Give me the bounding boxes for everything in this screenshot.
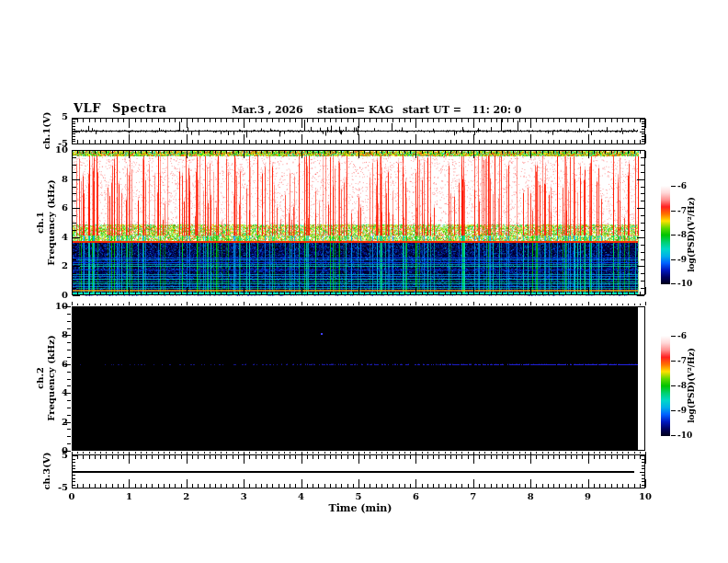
colorbar-tick-label: -10 (677, 279, 692, 288)
time-tick-label: 5 (346, 491, 371, 501)
ch1-spec-ytick-label: 6 (44, 202, 68, 213)
colorbar-tick (671, 361, 676, 362)
ch2-spec-ytick-label: 6 (44, 359, 68, 369)
colorbar-tick (671, 435, 676, 436)
colorbar-tick-label: -10 (677, 431, 692, 440)
ch1-spec-axis-label-line1: ch.1 (35, 212, 45, 234)
figure-title: VLF Spectra (74, 101, 166, 115)
ch2-spec-axis-label-line1: ch.2 (35, 367, 45, 389)
time-tick-label: 10 (632, 491, 658, 501)
time-tick-label: 6 (403, 491, 428, 501)
ch2-spec-ytick-label: 2 (44, 417, 68, 427)
colorbar-tick (671, 186, 676, 187)
ch1-spec-ytick-label: 0 (44, 290, 68, 300)
colorbar-ch2-label: log(PSD)(V²/Hz) (687, 348, 696, 423)
ch2-spec-ytick-label: 10 (44, 301, 68, 311)
ch1-spec-ytick-label: 10 (44, 144, 68, 155)
colorbar-tick (671, 211, 676, 212)
colorbar-tick-label: -8 (677, 381, 687, 390)
colorbar-tick-label: -7 (677, 206, 687, 215)
colorbar-tick-label: -9 (677, 406, 687, 415)
colorbar-tick (671, 283, 676, 284)
colorbar-tick-label: -7 (677, 356, 687, 365)
time-tick-label: 4 (289, 491, 314, 501)
time-tick-label: 7 (461, 491, 486, 501)
colorbar-ch1-label: log(PSD)(V²/Hz) (687, 197, 696, 272)
time-tick-label: 0 (59, 491, 85, 501)
time-tick-label: 3 (231, 491, 256, 501)
ch1-spec-ytick-label: 4 (44, 232, 68, 242)
colorbar-tick-label: -6 (677, 181, 687, 190)
ch1-spec-ytick-label: 8 (44, 174, 68, 184)
colorbar-tick-label: -8 (677, 230, 687, 239)
figure-start-ut: start UT = 11: 20: 0 (403, 104, 521, 116)
vlf-spectra-figure: VLF Spectra Mar.3 , 2026 station= KAG st… (0, 0, 728, 563)
plot-canvas (0, 0, 728, 563)
colorbar-tick (671, 385, 676, 386)
ch1-spec-ytick-label: 2 (44, 260, 68, 270)
ch2-spec-ytick-label: 4 (44, 387, 68, 397)
ch2-spec-ytick-label: 8 (44, 329, 68, 339)
figure-station: station= KAG (317, 104, 393, 116)
colorbar-ch1 (661, 186, 670, 284)
colorbar-ch2 (661, 336, 670, 436)
colorbar-tick-label: -9 (677, 255, 687, 264)
time-tick-label: 9 (575, 491, 601, 501)
colorbar-tick (671, 259, 676, 260)
time-tick-label: 1 (116, 491, 142, 501)
colorbar-tick (671, 235, 676, 236)
ch1-wave-ytick-label: 5 (44, 111, 68, 121)
colorbar-tick (671, 410, 676, 411)
colorbar-tick (671, 336, 676, 337)
time-axis-label: Time (min) (305, 502, 415, 514)
colorbar-tick-label: -6 (677, 331, 687, 340)
time-tick-label: 2 (174, 491, 199, 501)
time-tick-label: 8 (518, 491, 543, 501)
ch3-wave-ytick-label: 5 (44, 450, 68, 460)
figure-date: Mar.3 , 2026 (232, 104, 303, 116)
ch1-spec-axis-label-line2: Frequency (kHz) (46, 179, 56, 265)
ch2-spec-axis-label-line2: Frequency (kHz) (46, 335, 56, 420)
